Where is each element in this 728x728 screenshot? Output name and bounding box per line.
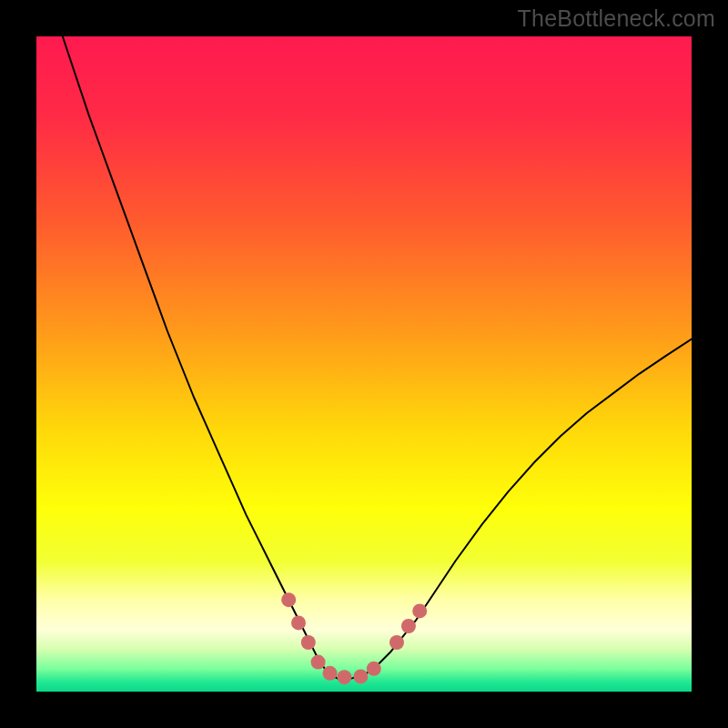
- highlight-dot: [323, 666, 338, 681]
- highlight-dot: [367, 662, 381, 676]
- highlight-dot: [281, 592, 296, 607]
- plot-area: [36, 36, 692, 692]
- watermark-text: TheBottleneck.com: [518, 5, 715, 32]
- highlight-dot: [389, 635, 404, 650]
- curve-layer: [36, 36, 692, 692]
- highlight-dot: [337, 670, 351, 684]
- highlight-dot: [353, 669, 368, 683]
- bottleneck-curve: [63, 36, 692, 679]
- highlight-dot: [412, 603, 427, 618]
- chart-frame: TheBottleneck.com: [0, 0, 728, 728]
- highlight-dot: [291, 615, 306, 630]
- highlight-dot: [301, 635, 316, 650]
- highlight-dot: [311, 655, 326, 670]
- highlight-dot: [401, 619, 416, 633]
